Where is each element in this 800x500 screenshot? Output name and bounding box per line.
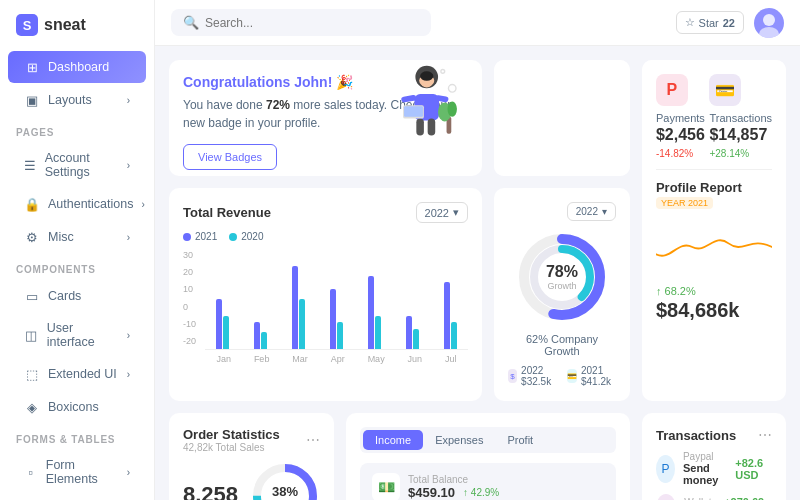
payments-value: $2,456 [656,126,705,144]
logo-icon: S [16,14,38,36]
chevron-down-icon: ▾ [453,206,459,219]
logo-text: sneat [44,16,86,34]
auth-icon: 🔒 [24,196,40,212]
transactions-dots[interactable]: ⋯ [758,427,772,443]
legend-icon-2021: 💳 [567,369,577,383]
stat-card-payments [494,60,630,176]
sidebar: S sneat ⊞ Dashboard ▣ Layouts › PAGES ☰ … [0,0,155,500]
legend-2022: $ 2022 $32.5k [508,365,557,387]
income-info: 💵 Total Balance $459.10 ↑ 42.9% [360,463,616,500]
order-donut: 38% Weekly [250,461,320,500]
order-body: 8,258 Total Orders 38% Weekly [183,461,320,500]
bar-2020-mar [299,299,305,349]
bar-2020-jan [223,316,229,349]
layouts-icon: ▣ [24,92,40,108]
company-growth: 62% Company Growth [508,333,616,357]
avatar[interactable] [754,8,784,38]
svg-rect-7 [401,95,417,103]
sidebar-item-label: Layouts [48,93,92,107]
sidebar-item-account-settings[interactable]: ☰ Account Settings › [8,143,146,187]
transactions-label: Transactions [709,112,772,124]
payments-row: P Payments $2,456 -14.82% 💳 Transactions… [656,74,772,159]
profile-report-section: Profile Report YEAR 2021 ↑ 68.2% $84,686… [656,169,772,322]
bar-2021-apr [330,289,336,349]
sidebar-item-misc[interactable]: ⚙ Misc › [8,221,146,253]
txn-provider-wallet: Wallet [684,497,716,501]
sidebar-item-authentications[interactable]: 🔒 Authentications › [8,188,146,220]
chevron-down-icon: ▾ [602,206,607,217]
section-title-components: COMPONENTS [0,254,154,279]
growth-card: 2022 ▾ 78% Growth 62% Company Growth [494,188,630,401]
star-button[interactable]: ☆ Star 22 [676,11,744,34]
income-tab-income[interactable]: Income [363,430,423,450]
chevron-right-icon: › [127,160,130,171]
sidebar-item-user-interface[interactable]: ◫ User interface › [8,313,146,357]
sidebar-item-cards[interactable]: ▭ Cards [8,280,146,312]
search-icon: 🔍 [183,15,199,30]
sidebar-item-layouts[interactable]: ▣ Layouts › [8,84,146,116]
bar-2020-jul [451,322,457,349]
sidebar-item-boxicons[interactable]: ◈ Boxicons [8,391,146,423]
boxicons-icon: ◈ [24,399,40,415]
sidebar-item-extended-ui[interactable]: ⬚ Extended UI › [8,358,146,390]
svg-point-16 [448,85,456,93]
income-icon: 💵 [372,473,400,500]
topbar-right: ☆ Star 22 [676,8,784,38]
growth-percent: 78% [546,263,578,281]
sidebar-item-label: Dashboard [48,60,109,74]
legend-icon-2022: $ [508,369,517,383]
income-change: ↑ 42.9% [463,487,499,498]
profile-year-badge: YEAR 2021 [656,197,713,209]
legend-2021-donut: 💳 2021 $41.2k [567,365,616,387]
legend-label-2021: 2021 [195,231,217,242]
bar-2021-jun [406,316,412,349]
payments-icon: P [656,74,688,106]
bar-2020-jun [413,329,419,349]
section-title-pages: PAGES [0,117,154,142]
search-input[interactable] [205,16,419,30]
bar-2021-feb [254,322,260,349]
sidebar-item-label: Account Settings [45,151,119,179]
income-tab-profit[interactable]: Profit [495,430,545,450]
star-label: Star [699,17,719,29]
bar-2020-feb [261,332,267,349]
sidebar-item-form-layouts[interactable]: ▤ Form Layouts › [8,495,146,500]
income-tab-expenses[interactable]: Expenses [423,430,495,450]
transactions-change: +28.14% [709,148,772,159]
year-select[interactable]: 2022 ▾ [416,202,468,223]
chart-legend: 2021 2020 [183,231,468,242]
sidebar-item-label: Misc [48,230,74,244]
order-sub: 42,82k Total Sales [183,442,280,453]
profile-wave-chart [656,217,772,277]
legend-label-2020: 2020 [241,231,263,242]
sidebar-item-label: User interface [47,321,119,349]
revenue-title: Total Revenue [183,205,271,220]
bar-2020-apr [337,322,343,349]
txn-provider-paypal: Paypal [683,451,727,462]
chevron-right-icon: › [127,330,130,341]
profile-report-card: P Payments $2,456 -14.82% 💳 Transactions… [642,60,786,401]
chevron-right-icon: › [127,232,130,243]
main-area: 🔍 ☆ Star 22 Congratulations John! 🎉 You … [155,0,800,500]
transaction-item-paypal: P Paypal Send money +82.6 USD [656,451,772,486]
view-badges-button[interactable]: View Badges [183,144,277,170]
transactions-icon: 💳 [709,74,741,106]
transactions-card: Transactions ⋯ P Paypal Send money +82.6… [642,413,786,500]
y-axis: 3020100-10-20 [183,250,196,346]
extended-ui-icon: ⬚ [24,366,40,382]
x-axis: JanFebMarAprMayJunJul [205,350,468,364]
growth-year-select[interactable]: 2022 ▾ [567,202,616,221]
payments-change: -14.82% [656,148,705,159]
weekly-pct: 38% [270,484,299,499]
sidebar-item-label: Form Elements [46,458,119,486]
order-statistics-card: Order Statistics 42,82k Total Sales ⋯ 8,… [169,413,334,500]
donut-chart: 78% Growth [512,227,612,327]
sidebar-item-label: Authentications [48,197,133,211]
sidebar-item-form-elements[interactable]: ▫ Form Elements › [8,450,146,494]
section-title-forms: FORMS & TABLES [0,424,154,449]
sidebar-item-dashboard[interactable]: ⊞ Dashboard [8,51,146,83]
profile-change: ↑ 68.2% [656,285,772,297]
order-dots[interactable]: ⋯ [306,432,320,448]
search-box[interactable]: 🔍 [171,9,431,36]
chevron-right-icon: › [127,467,130,478]
